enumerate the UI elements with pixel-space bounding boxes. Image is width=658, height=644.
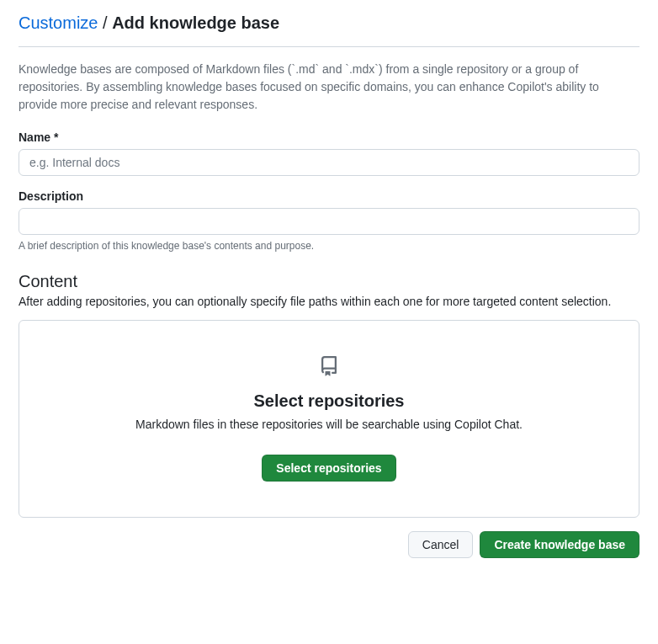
breadcrumb-separator: /	[103, 13, 108, 32]
description-input[interactable]	[19, 208, 639, 235]
repo-icon	[319, 356, 339, 380]
header-divider	[19, 46, 639, 47]
footer-actions: Cancel Create knowledge base	[19, 531, 639, 558]
create-knowledge-base-button[interactable]: Create knowledge base	[480, 531, 639, 558]
cancel-button[interactable]: Cancel	[408, 531, 474, 558]
repositories-card-title: Select repositories	[36, 391, 622, 411]
breadcrumb-current: Add knowledge base	[112, 13, 279, 32]
repositories-card: Select repositories Markdown files in th…	[19, 320, 639, 518]
content-heading: Content	[19, 272, 639, 291]
name-label: Name *	[19, 130, 639, 144]
content-subtext: After adding repositories, you can optio…	[19, 295, 639, 308]
repositories-card-sub: Markdown files in these repositories wil…	[36, 418, 622, 431]
description-field-group: Description A brief description of this …	[19, 189, 639, 252]
breadcrumb: Customize / Add knowledge base	[19, 13, 639, 40]
description-help-text: A brief description of this knowledge ba…	[19, 240, 639, 252]
select-repositories-button[interactable]: Select repositories	[262, 455, 395, 482]
breadcrumb-parent-link[interactable]: Customize	[19, 13, 98, 32]
description-label: Description	[19, 189, 639, 203]
name-field-group: Name *	[19, 130, 639, 176]
name-input[interactable]	[19, 149, 639, 176]
intro-text: Knowledge bases are composed of Markdown…	[19, 61, 639, 114]
